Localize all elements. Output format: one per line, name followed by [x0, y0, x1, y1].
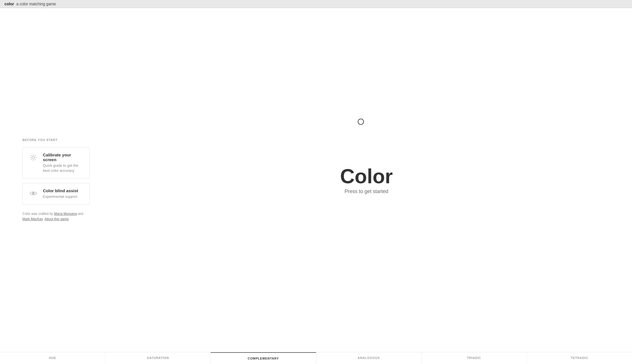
svg-line-6 — [35, 159, 35, 159]
nav-item-triadic[interactable]: TRIADIC — [422, 352, 527, 364]
calibrate-card-text: Calibrate your screen Quick guide to get… — [43, 152, 84, 173]
calibrate-card[interactable]: Calibrate your screen Quick guide to get… — [22, 147, 90, 179]
credits-text4: . — [69, 217, 69, 221]
credits-link-mark[interactable]: Mark MacKay — [22, 217, 43, 221]
color-wheel-svg[interactable] — [285, 99, 448, 261]
nav-item-saturation[interactable]: SATURATION — [105, 352, 211, 364]
bottom-nav: HUESATURATIONCOMPLEMENTARYANALOGOUSTRIAD… — [0, 352, 632, 364]
nav-item-hue[interactable]: HUE — [0, 352, 105, 364]
color-blind-card-text: Color blind assist Experimental support — [43, 188, 78, 199]
app-title-bold: color — [4, 2, 14, 6]
app-title-subtitle: a color matching game — [16, 2, 56, 6]
handle-dot[interactable] — [358, 119, 364, 125]
wheel-area[interactable]: Color Press to get started — [101, 99, 632, 261]
credits-text1: Color was crafted by — [22, 212, 54, 216]
svg-point-12 — [315, 128, 418, 232]
svg-point-0 — [32, 156, 35, 159]
svg-line-5 — [31, 155, 32, 156]
color-blind-title: Color blind assist — [43, 188, 78, 193]
left-panel: BEFORE YOU START Calibrate your screen — [0, 127, 101, 233]
svg-point-10 — [33, 193, 34, 194]
nav-item-complementary[interactable]: COMPLEMENTARY — [211, 352, 316, 364]
credits-text2: and — [77, 212, 83, 216]
credits-link-maria[interactable]: María Munuera — [54, 212, 77, 216]
main-content: BEFORE YOU START Calibrate your screen — [0, 8, 632, 352]
credits-link-about[interactable]: About this game — [44, 217, 69, 221]
calibrate-title: Calibrate your screen — [43, 152, 84, 162]
sun-icon — [28, 152, 38, 163]
color-blind-subtitle: Experimental support — [43, 194, 78, 199]
svg-line-7 — [35, 155, 35, 156]
svg-line-8 — [31, 159, 32, 159]
credits: Color was crafted by María Munuera and M… — [22, 211, 90, 222]
calibrate-subtitle: Quick guide to get the best color accura… — [43, 163, 84, 173]
nav-item-tetradic[interactable]: TETRADIC — [527, 352, 632, 364]
topbar: color a color matching game — [0, 0, 632, 8]
eye-icon — [28, 188, 38, 198]
before-you-start-label: BEFORE YOU START — [22, 138, 90, 142]
nav-item-analogous[interactable]: ANALOGOUS — [316, 352, 422, 364]
color-blind-card[interactable]: Color blind assist Experimental support — [22, 183, 90, 205]
color-wheel[interactable]: Color Press to get started — [285, 99, 448, 261]
